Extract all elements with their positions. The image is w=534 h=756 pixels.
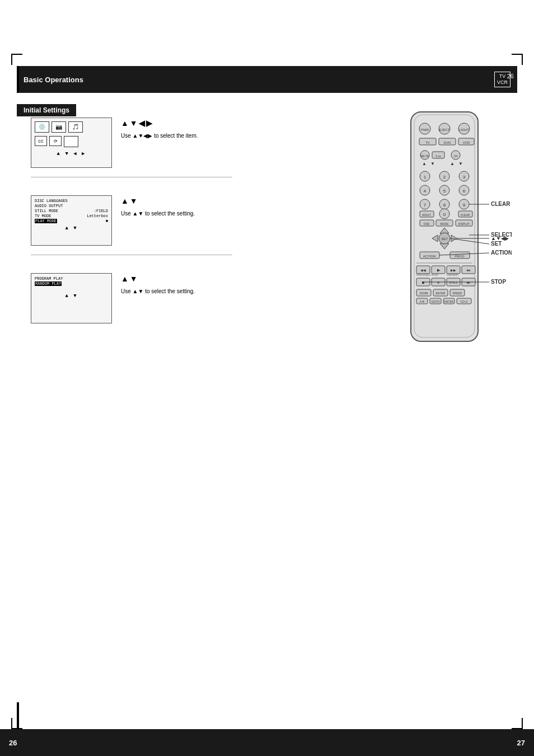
svg-text:▶▶: ▶▶ [451, 269, 456, 272]
svg-text:DVD: DVD [444, 141, 451, 144]
subtitle-icon: CC [35, 136, 47, 146]
settings-row-disc: DISC LANGUAGES [35, 199, 108, 203]
svg-text:3: 3 [463, 175, 466, 180]
camera-icon: 📷 [51, 121, 66, 133]
screen-panel-1: 💿 📷 🎵 CC ⟳ ▲ ▼ ◀ ▶ [31, 118, 112, 168]
svg-text:⏭: ⏭ [467, 281, 470, 284]
svg-text:VCR: VCR [463, 141, 470, 144]
svg-text:ZOOM: ZOOM [420, 292, 428, 295]
svg-text:◀◀: ◀◀ [420, 269, 426, 272]
svg-text:▼: ▼ [458, 161, 463, 166]
svg-text:▼: ▼ [430, 161, 435, 166]
header-title: Basic Operations [24, 76, 83, 84]
remote-diagram: PWR EJECT LIGHT TV DVD VCR MUTE 0.1s CH … [400, 109, 512, 362]
svg-text:PLAY: PLAY [432, 273, 439, 276]
svg-text:⏹: ⏹ [421, 281, 425, 284]
settings-row-play: PLAY MODE■ [35, 219, 108, 223]
svg-text:SET: SET [491, 241, 502, 247]
angle-icon: ⟳ [49, 136, 62, 146]
svg-text:1: 1 [424, 175, 427, 180]
header-bar: Basic Operations TVVCR [17, 66, 517, 93]
footer-page-left: 26 [9, 739, 17, 747]
svg-text:CD-G: CD-G [461, 300, 468, 303]
svg-text:9: 9 [463, 203, 466, 208]
instruction-arrows-3: ▲▼ [121, 273, 232, 285]
screen-panel-2: DISC LANGUAGES AUDIO OUTPUT STILL MODE:F… [31, 195, 112, 246]
svg-text:GOTO: GOTO [432, 300, 440, 303]
svg-text:PREV/REV: PREV/REV [416, 273, 431, 276]
instruction-block-3: PROGRAM PLAY RANDOM PLAY ▲ ▼ ▲▼ Use ▲▼ t… [31, 273, 232, 332]
svg-text:⏮: ⏮ [467, 269, 470, 272]
svg-text:ENTER: ENTER [436, 292, 446, 295]
footer-band: 26 27 [0, 729, 534, 756]
left-margin-bar-top [17, 66, 19, 93]
svg-text:PROG: PROG [455, 255, 465, 258]
settings-row-tv: TV MODELetterbox [35, 214, 108, 218]
svg-text:PWR: PWR [421, 128, 429, 132]
svg-text:SET: SET [441, 237, 448, 241]
svg-text:A-B: A-B [420, 300, 425, 303]
svg-text:ACTION: ACTION [491, 250, 512, 256]
corner-mark-tr [512, 54, 523, 65]
svg-rect-0 [411, 112, 478, 341]
settings-row-still: STILL MODE:FIELD [35, 209, 108, 213]
svg-text:0: 0 [443, 212, 446, 217]
instruction-text-1: ▲▼◀▶ Use ▲▼◀▶ to select the item. [121, 118, 232, 140]
instruction-block-1: 💿 📷 🎵 CC ⟳ ▲ ▼ ◀ ▶ ▲▼◀▶ Use ▲▼◀▶ to sele… [31, 118, 232, 177]
svg-text:MODE: MODE [441, 222, 449, 226]
audio-icon: 🎵 [68, 121, 83, 133]
playmode-row-random: RANDOM PLAY [35, 281, 108, 286]
instruction-desc-1: Use ▲▼◀▶ to select the item. [121, 132, 232, 140]
svg-text:7: 7 [424, 203, 427, 208]
svg-text:5: 5 [443, 189, 446, 194]
svg-text:CLEAR: CLEAR [491, 201, 510, 207]
svg-text:CH: CH [453, 154, 458, 158]
disc-icon: 💿 [35, 121, 49, 133]
svg-text:SPEED: SPEED [453, 292, 462, 295]
nav-arrows-1: ▲ ▼ ◀ ▶ [35, 151, 108, 157]
instruction-desc-2: Use ▲▼ to select the setting. [121, 209, 232, 218]
svg-text:OSD: OSD [424, 222, 430, 226]
nav-arrows-3: ▲ ▼ [35, 293, 108, 299]
playmode-row-program: PROGRAM PLAY [35, 276, 108, 281]
settings-row-audio: AUDIO OUTPUT [35, 204, 108, 208]
svg-text:▲: ▲ [450, 161, 455, 166]
svg-text:▲: ▲ [422, 161, 427, 166]
screen-panel-3: PROGRAM PLAY RANDOM PLAY ▲ ▼ [31, 273, 112, 323]
svg-text:2: 2 [443, 175, 446, 180]
svg-text:ADULT: ADULT [422, 213, 431, 217]
svg-text:FW/SKIP: FW/SKIP [447, 273, 458, 276]
section-label: Initial Settings [17, 104, 76, 116]
svg-text:8: 8 [443, 203, 446, 208]
svg-text:4: 4 [424, 189, 427, 194]
svg-text:6: 6 [463, 189, 466, 194]
svg-text:ACTION: ACTION [423, 255, 436, 258]
left-margin-bar-bottom [17, 702, 19, 729]
nav-arrows-2: ▲ ▼ [35, 226, 108, 231]
corner-mark-tl [11, 54, 22, 65]
svg-text:EJECT: EJECT [439, 128, 449, 132]
instruction-arrows-1: ▲▼◀▶ [121, 118, 232, 129]
footer-page-right: 27 [517, 739, 525, 747]
instruction-text-2: ▲▼ Use ▲▼ to select the setting. [121, 195, 232, 218]
blank-icon [64, 136, 78, 147]
svg-text:TV: TV [425, 141, 430, 144]
svg-text:MUTE: MUTE [421, 154, 429, 158]
instruction-desc-3: Use ▲▼ to select the setting. [121, 287, 232, 295]
svg-text:⏸: ⏸ [437, 281, 440, 284]
svg-text:STOP: STOP [491, 279, 506, 285]
svg-text:STILL: STILL [449, 281, 458, 284]
instruction-block-2: DISC LANGUAGES AUDIO OUTPUT STILL MODE:F… [31, 195, 232, 255]
instructions-column: 💿 📷 🎵 CC ⟳ ▲ ▼ ◀ ▶ ▲▼◀▶ Use ▲▼◀▶ to sele… [31, 118, 232, 350]
svg-text:CLEAR: CLEAR [461, 213, 470, 217]
svg-text:DISPLAY: DISPLAY [458, 222, 470, 226]
page-number-top: 26 [507, 73, 514, 79]
svg-text:LIGHT: LIGHT [459, 128, 469, 132]
svg-text:0.1s: 0.1s [435, 154, 441, 158]
instruction-text-3: ▲▼ Use ▲▼ to select the setting. [121, 273, 232, 295]
instruction-arrows-2: ▲▼ [121, 195, 232, 207]
svg-text:ENTER: ENTER [444, 300, 454, 303]
remote-svg: PWR EJECT LIGHT TV DVD VCR MUTE 0.1s CH … [400, 109, 512, 361]
corner-mark-br [512, 718, 523, 729]
